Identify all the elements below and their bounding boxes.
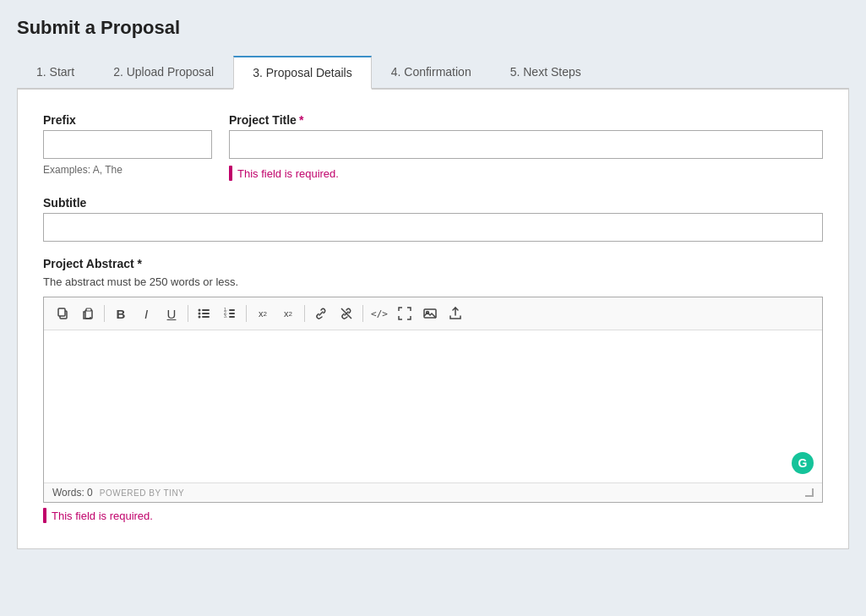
abstract-required: * bbox=[134, 257, 142, 270]
toolbar-sep-3 bbox=[246, 305, 247, 322]
project-title-required: * bbox=[299, 113, 303, 127]
toolbar-sep-5 bbox=[362, 305, 363, 322]
toolbar-sep-4 bbox=[304, 305, 305, 322]
resize-handle[interactable] bbox=[805, 488, 814, 497]
abstract-error-bar bbox=[43, 508, 46, 523]
svg-rect-3 bbox=[86, 308, 91, 311]
toolbar-sep-2 bbox=[188, 305, 188, 322]
tab-bar: 1. Start 2. Upload Proposal 3. Proposal … bbox=[17, 54, 849, 90]
image-button[interactable] bbox=[418, 302, 442, 325]
tab-nextsteps[interactable]: 5. Next Steps bbox=[491, 56, 601, 90]
italic-button[interactable]: I bbox=[134, 302, 158, 325]
project-title-error: This field is required. bbox=[229, 166, 823, 181]
svg-rect-13 bbox=[229, 309, 235, 311]
svg-rect-14 bbox=[229, 313, 235, 314]
svg-point-4 bbox=[199, 309, 201, 312]
abstract-label: Project Abstract * bbox=[43, 257, 823, 270]
editor-toolbar: B I U bbox=[44, 297, 822, 330]
tab-start[interactable]: 1. Start bbox=[17, 56, 94, 90]
prefix-input[interactable] bbox=[43, 130, 212, 159]
ordered-list-button[interactable]: 1. 2. 3. bbox=[218, 302, 242, 325]
prefix-hint: Examples: A, The bbox=[43, 164, 212, 176]
powered-by: POWERED BY TINY bbox=[100, 488, 184, 498]
prefix-group: Prefix Examples: A, The bbox=[43, 113, 212, 176]
tab-confirmation[interactable]: 4. Confirmation bbox=[372, 56, 491, 90]
error-bar bbox=[229, 166, 232, 181]
unlink-button[interactable] bbox=[335, 302, 358, 325]
abstract-section: Project Abstract * The abstract must be … bbox=[43, 257, 823, 523]
toolbar-sep-1 bbox=[104, 305, 105, 322]
footer-word-count: Words: 0 POWERED BY TINY bbox=[52, 487, 184, 499]
svg-rect-7 bbox=[202, 309, 210, 311]
bullet-list-button[interactable] bbox=[193, 302, 216, 325]
grammarly-badge: G bbox=[792, 452, 814, 474]
prefix-title-row: Prefix Examples: A, The Project Title* T… bbox=[43, 113, 823, 181]
subtitle-input[interactable] bbox=[43, 213, 823, 242]
superscript-button[interactable]: x2 bbox=[251, 302, 275, 325]
abstract-error: This field is required. bbox=[43, 508, 823, 523]
project-title-input[interactable] bbox=[229, 130, 823, 159]
rich-text-editor: B I U bbox=[43, 297, 823, 503]
svg-rect-15 bbox=[229, 316, 235, 318]
underline-button[interactable]: U bbox=[160, 302, 183, 325]
prefix-label: Prefix bbox=[43, 113, 212, 127]
svg-point-6 bbox=[199, 316, 201, 319]
subscript-button[interactable]: x2 bbox=[276, 302, 300, 325]
link-button[interactable] bbox=[309, 302, 333, 325]
editor-footer: Words: 0 POWERED BY TINY bbox=[44, 482, 822, 502]
copy-format-button[interactable] bbox=[51, 302, 74, 325]
tab-upload[interactable]: 2. Upload Proposal bbox=[94, 56, 233, 90]
code-button[interactable]: </> bbox=[368, 302, 391, 325]
bold-button[interactable]: B bbox=[109, 302, 133, 325]
subtitle-row: Subtitle bbox=[43, 196, 823, 242]
project-title-group: Project Title* This field is required. bbox=[229, 113, 823, 181]
subtitle-label: Subtitle bbox=[43, 196, 86, 210]
svg-point-5 bbox=[199, 313, 201, 315]
abstract-hint: The abstract must be 250 words or less. bbox=[43, 275, 823, 288]
abstract-editor[interactable]: G bbox=[44, 330, 822, 482]
svg-rect-9 bbox=[202, 316, 210, 318]
upload-button[interactable] bbox=[444, 302, 467, 325]
svg-rect-1 bbox=[58, 308, 65, 316]
svg-text:3.: 3. bbox=[224, 313, 227, 319]
page-title: Submit a Proposal bbox=[17, 17, 849, 39]
svg-rect-8 bbox=[202, 313, 210, 314]
fullscreen-button[interactable] bbox=[393, 302, 417, 325]
paste-format-button[interactable] bbox=[76, 302, 100, 325]
project-title-label: Project Title* bbox=[229, 113, 823, 127]
tab-details[interactable]: 3. Proposal Details bbox=[233, 56, 372, 90]
form-container: Prefix Examples: A, The Project Title* T… bbox=[17, 90, 849, 549]
